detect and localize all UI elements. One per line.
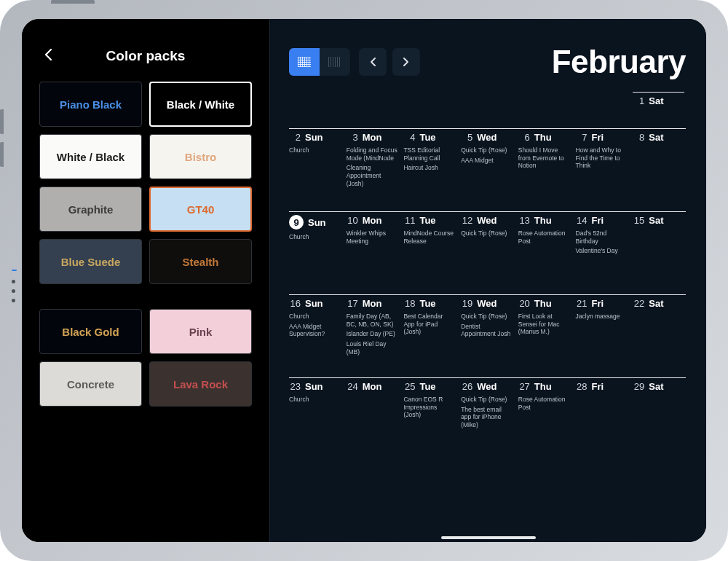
day-cell[interactable]: 23SunChurch <box>289 381 342 450</box>
day-cell[interactable]: 21FriJaclyn massage <box>576 298 629 367</box>
event-item[interactable]: MindNode Course Release <box>403 230 455 245</box>
pack-piano-black[interactable]: Piano Black <box>39 82 142 127</box>
event-item[interactable]: Dentist Appointment Josh <box>461 323 513 338</box>
event-item[interactable]: Haircut Josh <box>403 164 455 172</box>
day-cell[interactable]: 2SunChurch <box>289 132 342 201</box>
event-item[interactable]: Jaclyn massage <box>576 313 628 321</box>
day-label: 1Sat <box>633 92 684 106</box>
day-number: 13 <box>518 215 530 226</box>
day-cell[interactable]: 19WedQuick Tip (Rose)Dentist Appointment… <box>461 298 514 367</box>
day-cell[interactable]: 8Sat <box>633 132 686 201</box>
day-cell[interactable]: 25TueCanon EOS R Impressions (Josh) <box>403 381 456 450</box>
calendar-grid[interactable]: 1Sat2SunChurch3MonFolding and Focus Mode… <box>289 85 686 535</box>
day-number: 26 <box>461 381 472 392</box>
calendar-toolbar: February <box>289 44 686 80</box>
volume-up-button <box>0 109 4 134</box>
view-list-button[interactable] <box>320 48 350 76</box>
next-month-button[interactable] <box>392 48 420 76</box>
day-cell[interactable]: 14FriDad's 52nd BirthdayValentine's Day <box>576 215 629 284</box>
event-item[interactable]: AAA Midget Supervision? <box>289 323 341 338</box>
day-cell[interactable]: 11TueMindNode Course Release <box>403 215 456 284</box>
pack-blue-suede[interactable]: Blue Suede <box>39 239 142 284</box>
event-item[interactable]: Should I Move from Evernote to Notion <box>518 146 570 170</box>
event-item[interactable]: The best email app for iPhone (Mike) <box>461 406 513 429</box>
event-item[interactable]: AAA Midget <box>461 157 513 165</box>
day-cell[interactable]: 16SunChurchAAA Midget Supervision? <box>289 298 342 367</box>
event-item[interactable]: Rose Automation Post <box>518 230 570 245</box>
event-item[interactable]: TSS Editorial Planning Call <box>403 146 455 162</box>
day-cell[interactable]: 26WedQuick Tip (Rose)The best email app … <box>461 381 514 450</box>
event-item[interactable]: Quick Tip (Rose) <box>461 230 513 238</box>
day-label: 25Tue <box>403 381 455 392</box>
pack-pink[interactable]: Pink <box>149 309 252 354</box>
event-item[interactable]: Islander Day (PE) <box>347 330 398 338</box>
day-cell[interactable]: 7FriHow and Why to Find the Time to Thin… <box>576 132 629 201</box>
event-item[interactable]: Valentine's Day <box>576 247 628 255</box>
day-label: 4Tue <box>403 132 455 143</box>
home-indicator[interactable] <box>441 536 536 539</box>
day-cell[interactable]: 20ThuFirst Look at Sensei for Mac (Mariu… <box>518 298 571 367</box>
toolbar-left <box>289 48 420 76</box>
day-cell[interactable]: 9SunChurch <box>289 215 342 284</box>
day-cell[interactable]: 12WedQuick Tip (Rose) <box>461 215 514 284</box>
pack-lava-rock[interactable]: Lava Rock <box>149 361 252 407</box>
event-item[interactable]: Church <box>289 396 341 404</box>
view-grid-button[interactable] <box>289 48 320 76</box>
pack-bistro[interactable]: Bistro <box>149 134 252 179</box>
day-cell[interactable]: 27ThuRose Automation Post <box>518 381 571 450</box>
pack-graphite[interactable]: Graphite <box>39 187 142 232</box>
day-label: 12Wed <box>461 215 513 226</box>
prev-month-button[interactable] <box>359 48 387 76</box>
event-item[interactable]: Best Calendar App for iPad (Josh) <box>403 313 455 336</box>
day-cell[interactable]: 22Sat <box>633 298 686 367</box>
event-item[interactable]: Canon EOS R Impressions (Josh) <box>403 396 455 419</box>
event-item[interactable]: Louis Riel Day (MB) <box>347 340 398 356</box>
day-name: Wed <box>477 215 496 226</box>
pack-stealth[interactable]: Stealth <box>149 239 252 284</box>
day-cell[interactable]: 17MonFamily Day (AB, BC, NB, ON, SK)Isla… <box>347 298 400 367</box>
pack-concrete[interactable]: Concrete <box>39 361 142 407</box>
day-label: 14Fri <box>576 215 628 226</box>
event-item[interactable]: Quick Tip (Rose) <box>461 313 513 321</box>
day-cell[interactable]: 4TueTSS Editorial Planning CallHaircut J… <box>403 132 456 201</box>
event-item[interactable]: Folding and Focus Mode (MindNode <box>347 146 398 162</box>
day-cell[interactable]: 13ThuRose Automation Post <box>518 215 571 284</box>
event-item[interactable]: First Look at Sensei for Mac (Marius M.) <box>518 313 570 336</box>
day-cell[interactable]: 28Fri <box>576 381 629 450</box>
day-cell[interactable]: 29Sat <box>633 381 686 450</box>
day-cell[interactable]: 3MonFolding and Focus Mode (MindNodeClea… <box>347 132 400 201</box>
event-item[interactable]: Winkler Whips Meeting <box>347 230 398 245</box>
pack-black-gold[interactable]: Black Gold <box>39 309 142 354</box>
day-label: 10Mon <box>347 215 398 226</box>
speaker-dots <box>12 270 17 302</box>
event-item[interactable]: Church <box>289 146 341 154</box>
day-number: 15 <box>633 215 644 226</box>
day-cell[interactable]: 15Sat <box>633 215 686 284</box>
event-item[interactable]: Quick Tip (Rose) <box>461 396 513 404</box>
event-item[interactable]: Church <box>289 233 341 241</box>
day-cell[interactable]: 1Sat <box>633 92 686 118</box>
day-cell[interactable]: 24Mon <box>347 381 400 450</box>
event-item[interactable]: Dad's 52nd Birthday <box>576 230 628 245</box>
day-label: 24Mon <box>347 381 398 392</box>
event-item[interactable]: Rose Automation Post <box>518 396 570 411</box>
day-number: 7 <box>576 132 587 143</box>
day-number: 5 <box>461 132 472 143</box>
day-cell[interactable]: 6ThuShould I Move from Evernote to Notio… <box>518 132 571 201</box>
event-item[interactable]: Church <box>289 313 341 321</box>
pack-black-white[interactable]: Black / White <box>149 82 252 127</box>
event-item[interactable]: Quick Tip (Rose) <box>461 146 513 154</box>
day-name: Thu <box>534 381 552 392</box>
event-item[interactable]: Family Day (AB, BC, NB, ON, SK) <box>347 313 398 328</box>
pack-white-black[interactable]: White / Black <box>39 134 142 179</box>
day-cell[interactable]: 5WedQuick Tip (Rose)AAA Midget <box>461 132 514 201</box>
day-name: Sat <box>649 381 663 392</box>
event-item[interactable]: Cleaning Appointment (Josh) <box>347 164 398 187</box>
pack-gt40[interactable]: GT40 <box>149 187 252 232</box>
day-cell[interactable]: 18TueBest Calendar App for iPad (Josh) <box>403 298 456 367</box>
event-item[interactable]: How and Why to Find the Time to Think <box>576 146 628 170</box>
back-button[interactable] <box>44 48 52 65</box>
day-cell[interactable]: 10MonWinkler Whips Meeting <box>347 215 400 284</box>
grid-icon <box>298 57 311 67</box>
day-number: 9 <box>289 215 304 230</box>
